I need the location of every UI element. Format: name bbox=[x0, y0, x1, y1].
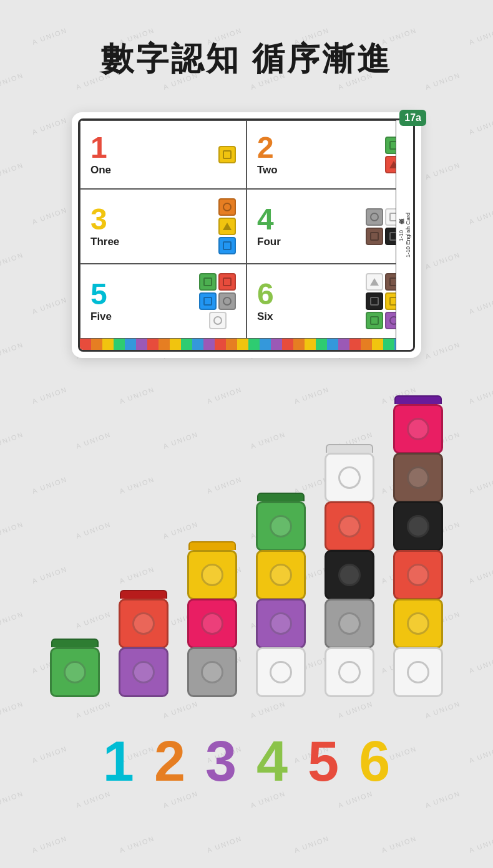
block-1-1 bbox=[50, 647, 100, 697]
cube-inner-4-3 bbox=[370, 232, 379, 241]
block-3-3 bbox=[187, 647, 237, 697]
card-cell-2: 2 Two bbox=[246, 120, 413, 189]
cube-4-1 bbox=[366, 208, 383, 226]
block-6-1 bbox=[393, 404, 443, 454]
cube-inner-5-5 bbox=[213, 316, 222, 325]
cubes-5-row2 bbox=[199, 292, 236, 310]
block-2-1 bbox=[119, 599, 168, 649]
cell-left-2: 2 Two bbox=[257, 133, 278, 176]
number-5: 5 bbox=[90, 279, 107, 309]
block-4-1 bbox=[256, 501, 306, 551]
cell-right-3 bbox=[218, 198, 236, 254]
block-4-4 bbox=[256, 647, 306, 697]
block-top-4 bbox=[257, 493, 305, 501]
tower-1 bbox=[50, 639, 100, 696]
cube-5-4 bbox=[218, 292, 236, 310]
card-side-label: 1-10 數次卡1-10 English Card bbox=[396, 120, 413, 350]
block-5-3 bbox=[325, 550, 374, 600]
block-5-4 bbox=[325, 599, 374, 649]
cubes-3 bbox=[218, 198, 236, 254]
tower-3 bbox=[187, 541, 237, 696]
block-3-1 bbox=[187, 550, 237, 600]
card-cell-6: 6 Six bbox=[246, 264, 413, 339]
big-number-2: 2 bbox=[154, 733, 185, 789]
block-3-2 bbox=[187, 599, 237, 649]
cell-right-5 bbox=[199, 273, 236, 329]
cell-left-3: 3 Three bbox=[90, 205, 119, 248]
big-number-6: 6 bbox=[359, 733, 390, 789]
strip-svg: // will be rendered by inline shapes bel… bbox=[82, 340, 401, 349]
cube-inner-4-1 bbox=[370, 213, 379, 221]
cube-inner-5-3 bbox=[203, 297, 212, 306]
block-6-5 bbox=[393, 599, 443, 649]
number-card: 1 One 2 Two bbox=[78, 118, 415, 352]
cube-3-1 bbox=[218, 198, 236, 216]
cube-4-3 bbox=[366, 228, 383, 245]
block-top-5 bbox=[326, 444, 373, 453]
blocks-section bbox=[28, 395, 465, 708]
cubes-5 bbox=[199, 273, 236, 329]
cube-inner-3-1 bbox=[223, 203, 232, 211]
word-one: One bbox=[90, 164, 111, 176]
block-5-5 bbox=[325, 647, 374, 697]
cube-inner-1-1 bbox=[223, 150, 232, 159]
word-four: Four bbox=[257, 236, 281, 248]
tower-2 bbox=[119, 590, 168, 696]
block-6-4 bbox=[393, 550, 443, 600]
number-1: 1 bbox=[90, 133, 107, 163]
cube-5-3 bbox=[199, 292, 217, 310]
cell-left-4: 4 Four bbox=[257, 205, 281, 248]
block-6-2 bbox=[393, 453, 443, 503]
cube-inner-3-3 bbox=[223, 241, 232, 250]
cubes-5-row3 bbox=[199, 312, 236, 329]
cell-left-1: 1 One bbox=[90, 133, 111, 176]
block-2-2 bbox=[119, 647, 168, 697]
cube-5-5 bbox=[209, 312, 227, 329]
card-cell-5: 5 Five bbox=[80, 264, 246, 339]
number-6: 6 bbox=[257, 279, 274, 309]
number-4: 4 bbox=[257, 205, 274, 234]
tower-4 bbox=[256, 493, 306, 696]
block-6-6 bbox=[393, 647, 443, 697]
card-side-text: 1-10 數次卡1-10 English Card bbox=[398, 213, 412, 258]
cube-3-2 bbox=[218, 218, 236, 235]
cell-right-1 bbox=[218, 146, 236, 163]
cube-1-1 bbox=[218, 146, 236, 163]
block-4-3 bbox=[256, 599, 306, 649]
cell-left-6: 6 Six bbox=[257, 279, 274, 323]
card-bottom-strip: // will be rendered by inline shapes bel… bbox=[80, 339, 413, 350]
cube-inner-3-2 bbox=[223, 223, 232, 230]
card-badge: 17a bbox=[399, 110, 426, 126]
word-three: Three bbox=[90, 236, 119, 248]
page-title: 數字認知 循序漸進 bbox=[101, 37, 392, 81]
cubes-5-row1 bbox=[199, 273, 236, 291]
tower-6 bbox=[393, 395, 443, 696]
cell-left-5: 5 Five bbox=[90, 279, 112, 323]
block-top-3 bbox=[188, 541, 236, 550]
word-six: Six bbox=[257, 311, 273, 323]
cube-inner-5-4 bbox=[223, 297, 232, 306]
block-top-1 bbox=[51, 639, 99, 647]
block-4-2 bbox=[256, 550, 306, 600]
cube-inner-5-2 bbox=[223, 277, 232, 286]
card-grid: 1 One 2 Two bbox=[80, 120, 413, 339]
card-cell-4: 4 Four bbox=[246, 189, 413, 264]
number-2: 2 bbox=[257, 133, 274, 163]
cube-5-2 bbox=[218, 273, 236, 291]
number-card-wrapper: 1 One 2 Two bbox=[72, 112, 421, 358]
block-5-2 bbox=[325, 501, 374, 551]
numbers-row: 1 2 3 4 5 6 bbox=[103, 733, 390, 789]
big-number-5: 5 bbox=[308, 733, 339, 789]
cube-inner-6-5 bbox=[370, 316, 379, 325]
block-top-6 bbox=[394, 395, 442, 404]
cube-5-1 bbox=[199, 273, 217, 291]
page-content: 數字認知 循序漸進 1 One bbox=[0, 0, 493, 827]
cube-6-5 bbox=[366, 312, 383, 329]
block-6-3 bbox=[393, 501, 443, 551]
card-cell-1: 1 One bbox=[80, 120, 246, 189]
cube-inner-5-1 bbox=[203, 277, 212, 286]
card-cell-3: 3 Three bbox=[80, 189, 246, 264]
block-5-1 bbox=[325, 453, 374, 503]
big-number-4: 4 bbox=[256, 733, 288, 789]
word-five: Five bbox=[90, 311, 112, 323]
